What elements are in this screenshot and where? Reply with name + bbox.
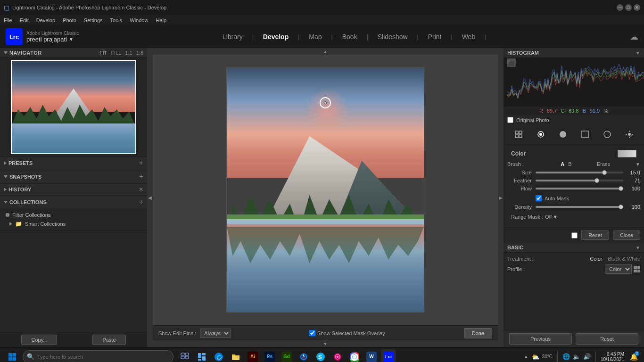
- main-photo[interactable]: [226, 67, 424, 313]
- collections-header[interactable]: Collections +: [0, 196, 147, 209]
- range-mask-value[interactable]: Off ▼: [545, 214, 558, 220]
- grid-tool-icon[interactable]: [512, 128, 525, 141]
- top-expand-arrow[interactable]: ▲: [153, 48, 498, 55]
- menu-help[interactable]: Help: [156, 17, 166, 23]
- taskbar-search-input[interactable]: [37, 354, 169, 360]
- brush-section: Color Brush : A B Erase ▼ Size: [504, 144, 644, 227]
- top-expand-icon: ▲: [323, 49, 328, 54]
- treatment-bw-btn[interactable]: Black & White: [608, 256, 640, 262]
- menu-settings[interactable]: Settings: [84, 17, 103, 23]
- original-photo-checkbox[interactable]: [507, 117, 513, 123]
- show-pins-select[interactable]: Always: [200, 329, 231, 338]
- menu-file[interactable]: File: [4, 17, 12, 23]
- color-swatch[interactable]: [618, 150, 636, 157]
- menu-edit[interactable]: Edit: [20, 17, 29, 23]
- history-close-btn[interactable]: ✕: [139, 186, 143, 193]
- brush-b-btn[interactable]: B: [568, 161, 571, 167]
- left-panel-collapse[interactable]: ◀: [147, 48, 153, 347]
- cloud-icon[interactable]: ☁: [630, 32, 638, 42]
- copy-button[interactable]: Copy...: [21, 335, 57, 345]
- notification-icon[interactable]: 🔔 2: [627, 350, 640, 362]
- brush-dropdown-icon[interactable]: ▼: [636, 162, 640, 167]
- nav-fill[interactable]: FILL: [111, 50, 121, 56]
- right-panel: Histogram ▼ R 89.7 G 89.8 B 91.9 % Origi…: [504, 48, 644, 347]
- snapshots-add-btn[interactable]: +: [139, 173, 143, 181]
- hollow-circle-tool-icon[interactable]: [601, 128, 614, 141]
- tray-expand-icon[interactable]: ▲: [524, 354, 528, 359]
- smart-collections-row[interactable]: 📁 Smart Collections: [0, 219, 147, 229]
- compass-icon[interactable]: [296, 349, 311, 362]
- menu-window[interactable]: Window: [130, 17, 148, 23]
- maximize-button[interactable]: □: [625, 4, 632, 11]
- nav-develop[interactable]: Develop: [263, 33, 289, 41]
- right-reset-button[interactable]: Reset: [576, 333, 638, 345]
- paste-button[interactable]: Paste: [92, 335, 125, 345]
- auto-mask-checkbox[interactable]: [536, 195, 542, 201]
- minimize-button[interactable]: —: [617, 4, 623, 11]
- gd-icon[interactable]: Gd: [279, 349, 294, 362]
- system-clock[interactable]: 6:43 PM 10/16/2021: [601, 352, 624, 362]
- treatment-color-btn[interactable]: Color: [590, 256, 602, 262]
- filled-circle-tool-icon[interactable]: [556, 128, 570, 141]
- feather-slider[interactable]: [536, 180, 623, 181]
- file-explorer-icon[interactable]: [228, 349, 243, 362]
- nav-zoom1[interactable]: 1:1: [125, 50, 132, 56]
- edge-icon[interactable]: [211, 349, 226, 362]
- nav-library[interactable]: Library: [223, 33, 243, 41]
- square-tool-icon[interactable]: [578, 128, 592, 141]
- brush-close-button[interactable]: Close: [613, 230, 640, 240]
- nav-slideshow[interactable]: Slideshow: [378, 33, 408, 41]
- right-panel-collapse[interactable]: ▶: [498, 48, 504, 347]
- illustrator-icon[interactable]: Ai: [245, 349, 260, 362]
- lrc-taskbar-icon[interactable]: Lrc: [381, 349, 396, 362]
- navigator-header[interactable]: Navigator FIT FILL 1:1 1:8: [0, 48, 147, 58]
- nav-fit[interactable]: FIT: [99, 50, 107, 56]
- red-app-icon[interactable]: [330, 349, 345, 362]
- photoshop-icon[interactable]: Ps: [262, 349, 277, 362]
- chrome-icon[interactable]: [347, 349, 362, 362]
- circle-tool-icon[interactable]: [534, 128, 547, 141]
- nav-web[interactable]: Web: [462, 33, 476, 41]
- user-dropdown-icon[interactable]: ▼: [69, 37, 74, 42]
- task-view-icon[interactable]: [177, 349, 192, 362]
- presets-add-btn[interactable]: +: [139, 159, 143, 167]
- done-button[interactable]: Done: [464, 328, 492, 338]
- profile-select[interactable]: Color: [605, 264, 632, 274]
- brush-erase-btn[interactable]: Erase: [597, 161, 611, 167]
- nav-book[interactable]: Book: [342, 33, 357, 41]
- menu-develop[interactable]: Develop: [36, 17, 55, 23]
- brush-reset-button[interactable]: Reset: [581, 230, 609, 240]
- size-slider[interactable]: [536, 172, 623, 173]
- start-button[interactable]: [4, 348, 21, 362]
- basic-section-header[interactable]: Basic ▼: [504, 243, 644, 253]
- show-mask-checkbox[interactable]: [309, 330, 315, 336]
- brush-a-btn[interactable]: A: [561, 161, 564, 167]
- widgets-icon[interactable]: [194, 349, 209, 362]
- navigator-thumbnail[interactable]: [11, 60, 136, 154]
- network-icon[interactable]: 🌐: [562, 353, 570, 360]
- density-slider[interactable]: [536, 206, 623, 208]
- brush-circle-overlay[interactable]: [320, 97, 331, 108]
- menu-photo[interactable]: Photo: [63, 17, 76, 23]
- history-header[interactable]: History ✕: [0, 184, 147, 195]
- filter-collections-row[interactable]: Filter Collections: [0, 211, 147, 219]
- menu-tools[interactable]: Tools: [110, 17, 123, 23]
- presets-header[interactable]: Presets +: [0, 156, 147, 170]
- reset-checkbox[interactable]: [571, 232, 578, 239]
- collections-add-btn[interactable]: +: [139, 198, 143, 206]
- snapshots-header[interactable]: Snapshots +: [0, 170, 147, 183]
- nav-print[interactable]: Print: [428, 33, 442, 41]
- histogram-collapse-icon[interactable]: ▼: [636, 50, 640, 56]
- sun-slider-tool-icon[interactable]: [623, 128, 636, 141]
- speaker-icon[interactable]: 🔊: [583, 353, 591, 360]
- bottom-expand-arrow[interactable]: ▼: [153, 340, 498, 347]
- flow-slider[interactable]: [536, 188, 623, 189]
- volume-icon[interactable]: 🔈: [573, 353, 580, 360]
- nav-zoom2[interactable]: 1:8: [136, 50, 143, 56]
- close-button[interactable]: ✕: [634, 4, 640, 11]
- previous-button[interactable]: Previous: [509, 333, 572, 345]
- profile-grid-icon[interactable]: [634, 266, 640, 272]
- word-icon[interactable]: W: [364, 349, 379, 362]
- nav-map[interactable]: Map: [309, 33, 322, 41]
- skype-icon[interactable]: S: [313, 349, 328, 362]
